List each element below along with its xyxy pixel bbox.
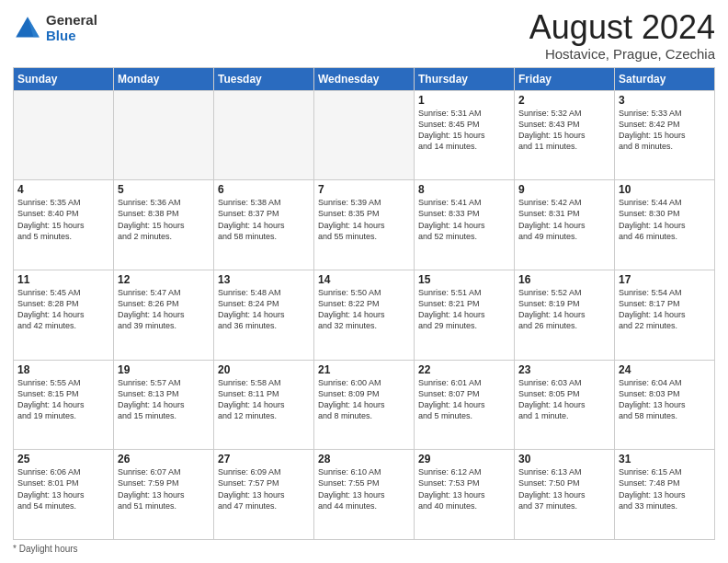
calendar-cell: 4Sunrise: 5:35 AM Sunset: 8:40 PM Daylig… — [14, 180, 114, 270]
day-number: 20 — [218, 363, 310, 376]
day-number: 16 — [518, 273, 610, 286]
day-number: 4 — [17, 183, 109, 196]
calendar-week-row: 4Sunrise: 5:35 AM Sunset: 8:40 PM Daylig… — [14, 180, 715, 270]
calendar-cell: 24Sunrise: 6:04 AM Sunset: 8:03 PM Dayli… — [615, 360, 715, 450]
day-number: 7 — [318, 183, 410, 196]
calendar-cell: 17Sunrise: 5:54 AM Sunset: 8:17 PM Dayli… — [615, 270, 715, 360]
day-number: 15 — [418, 273, 510, 286]
day-number: 18 — [17, 363, 109, 376]
calendar-cell: 19Sunrise: 5:57 AM Sunset: 8:13 PM Dayli… — [114, 360, 214, 450]
day-number: 26 — [118, 453, 210, 465]
day-number: 11 — [17, 273, 109, 286]
day-number: 10 — [619, 183, 711, 196]
day-number: 22 — [418, 363, 510, 376]
calendar-week-row: 18Sunrise: 5:55 AM Sunset: 8:15 PM Dayli… — [14, 360, 715, 450]
footer-note: * Daylight hours — [13, 544, 715, 554]
calendar-cell — [114, 90, 214, 180]
day-number: 17 — [619, 273, 711, 286]
calendar-cell: 9Sunrise: 5:42 AM Sunset: 8:31 PM Daylig… — [515, 180, 615, 270]
calendar-cell: 13Sunrise: 5:48 AM Sunset: 8:24 PM Dayli… — [214, 270, 314, 360]
calendar-cell: 1Sunrise: 5:31 AM Sunset: 8:45 PM Daylig… — [415, 90, 515, 180]
day-info: Sunrise: 6:00 AM Sunset: 8:09 PM Dayligh… — [318, 377, 410, 422]
logo-icon — [13, 14, 42, 43]
day-number: 2 — [518, 94, 610, 107]
calendar-cell — [314, 90, 415, 180]
day-info: Sunrise: 5:36 AM Sunset: 8:38 PM Dayligh… — [118, 197, 210, 242]
day-info: Sunrise: 5:51 AM Sunset: 8:21 PM Dayligh… — [418, 287, 510, 332]
day-info: Sunrise: 5:58 AM Sunset: 8:11 PM Dayligh… — [218, 377, 310, 422]
day-info: Sunrise: 5:41 AM Sunset: 8:33 PM Dayligh… — [418, 197, 510, 242]
day-number: 31 — [619, 453, 711, 465]
logo-blue-text: Blue — [46, 29, 97, 44]
day-number: 14 — [318, 273, 410, 286]
day-info: Sunrise: 6:10 AM Sunset: 7:55 PM Dayligh… — [318, 466, 410, 511]
calendar-cell: 7Sunrise: 5:39 AM Sunset: 8:35 PM Daylig… — [314, 180, 415, 270]
day-info: Sunrise: 5:48 AM Sunset: 8:24 PM Dayligh… — [218, 287, 310, 332]
day-number: 6 — [218, 183, 310, 196]
day-info: Sunrise: 6:03 AM Sunset: 8:05 PM Dayligh… — [518, 377, 610, 422]
day-info: Sunrise: 5:45 AM Sunset: 8:28 PM Dayligh… — [17, 287, 109, 332]
day-info: Sunrise: 6:13 AM Sunset: 7:50 PM Dayligh… — [518, 466, 610, 511]
calendar-day-header: Monday — [114, 67, 214, 90]
title-block: August 2024 Hostavice, Prague, Czechia — [529, 9, 715, 62]
calendar-cell: 23Sunrise: 6:03 AM Sunset: 8:05 PM Dayli… — [515, 360, 615, 450]
day-info: Sunrise: 5:32 AM Sunset: 8:43 PM Dayligh… — [518, 108, 610, 153]
day-number: 9 — [518, 183, 610, 196]
calendar-cell: 27Sunrise: 6:09 AM Sunset: 7:57 PM Dayli… — [214, 450, 314, 540]
day-number: 21 — [318, 363, 410, 376]
calendar-cell: 3Sunrise: 5:33 AM Sunset: 8:42 PM Daylig… — [615, 90, 715, 180]
day-info: Sunrise: 5:54 AM Sunset: 8:17 PM Dayligh… — [619, 287, 711, 332]
day-number: 12 — [118, 273, 210, 286]
day-info: Sunrise: 5:50 AM Sunset: 8:22 PM Dayligh… — [318, 287, 410, 332]
calendar-cell — [214, 90, 314, 180]
calendar-cell: 5Sunrise: 5:36 AM Sunset: 8:38 PM Daylig… — [114, 180, 214, 270]
day-info: Sunrise: 6:07 AM Sunset: 7:59 PM Dayligh… — [118, 466, 210, 511]
day-number: 1 — [418, 94, 510, 107]
day-info: Sunrise: 5:55 AM Sunset: 8:15 PM Dayligh… — [17, 377, 109, 422]
day-number: 5 — [118, 183, 210, 196]
calendar-day-header: Thursday — [415, 67, 515, 90]
calendar-day-header: Sunday — [14, 67, 114, 90]
calendar-cell: 8Sunrise: 5:41 AM Sunset: 8:33 PM Daylig… — [415, 180, 515, 270]
calendar-day-header: Tuesday — [214, 67, 314, 90]
day-info: Sunrise: 6:15 AM Sunset: 7:48 PM Dayligh… — [619, 466, 711, 511]
calendar-cell: 11Sunrise: 5:45 AM Sunset: 8:28 PM Dayli… — [14, 270, 114, 360]
day-number: 29 — [418, 453, 510, 465]
calendar-table: SundayMondayTuesdayWednesdayThursdayFrid… — [13, 67, 715, 540]
calendar-cell: 10Sunrise: 5:44 AM Sunset: 8:30 PM Dayli… — [615, 180, 715, 270]
day-number: 28 — [318, 453, 410, 465]
day-number: 13 — [218, 273, 310, 286]
day-number: 8 — [418, 183, 510, 196]
header: General Blue August 2024 Hostavice, Prag… — [13, 9, 715, 62]
calendar-cell: 31Sunrise: 6:15 AM Sunset: 7:48 PM Dayli… — [615, 450, 715, 540]
day-info: Sunrise: 6:01 AM Sunset: 8:07 PM Dayligh… — [418, 377, 510, 422]
day-number: 25 — [17, 453, 109, 465]
calendar-cell: 22Sunrise: 6:01 AM Sunset: 8:07 PM Dayli… — [415, 360, 515, 450]
month-title: August 2024 — [529, 9, 715, 46]
day-info: Sunrise: 5:47 AM Sunset: 8:26 PM Dayligh… — [118, 287, 210, 332]
calendar-day-header: Saturday — [615, 67, 715, 90]
calendar-cell: 28Sunrise: 6:10 AM Sunset: 7:55 PM Dayli… — [314, 450, 415, 540]
page: General Blue August 2024 Hostavice, Prag… — [0, 0, 728, 563]
calendar-week-row: 25Sunrise: 6:06 AM Sunset: 8:01 PM Dayli… — [14, 450, 715, 540]
calendar-cell: 20Sunrise: 5:58 AM Sunset: 8:11 PM Dayli… — [214, 360, 314, 450]
day-info: Sunrise: 5:39 AM Sunset: 8:35 PM Dayligh… — [318, 197, 410, 242]
day-info: Sunrise: 5:38 AM Sunset: 8:37 PM Dayligh… — [218, 197, 310, 242]
calendar-cell: 6Sunrise: 5:38 AM Sunset: 8:37 PM Daylig… — [214, 180, 314, 270]
day-number: 19 — [118, 363, 210, 376]
day-number: 3 — [619, 94, 711, 107]
calendar-header-row: SundayMondayTuesdayWednesdayThursdayFrid… — [14, 67, 715, 90]
calendar-day-header: Wednesday — [314, 67, 415, 90]
calendar-cell: 18Sunrise: 5:55 AM Sunset: 8:15 PM Dayli… — [14, 360, 114, 450]
day-info: Sunrise: 5:31 AM Sunset: 8:45 PM Dayligh… — [418, 108, 510, 153]
day-info: Sunrise: 5:52 AM Sunset: 8:19 PM Dayligh… — [518, 287, 610, 332]
logo-text: General Blue — [46, 13, 97, 43]
calendar-cell: 15Sunrise: 5:51 AM Sunset: 8:21 PM Dayli… — [415, 270, 515, 360]
calendar-cell: 14Sunrise: 5:50 AM Sunset: 8:22 PM Dayli… — [314, 270, 415, 360]
calendar-cell: 30Sunrise: 6:13 AM Sunset: 7:50 PM Dayli… — [515, 450, 615, 540]
day-info: Sunrise: 6:09 AM Sunset: 7:57 PM Dayligh… — [218, 466, 310, 511]
calendar-cell: 26Sunrise: 6:07 AM Sunset: 7:59 PM Dayli… — [114, 450, 214, 540]
day-info: Sunrise: 6:06 AM Sunset: 8:01 PM Dayligh… — [17, 466, 109, 511]
calendar-cell: 12Sunrise: 5:47 AM Sunset: 8:26 PM Dayli… — [114, 270, 214, 360]
calendar-cell — [14, 90, 114, 180]
